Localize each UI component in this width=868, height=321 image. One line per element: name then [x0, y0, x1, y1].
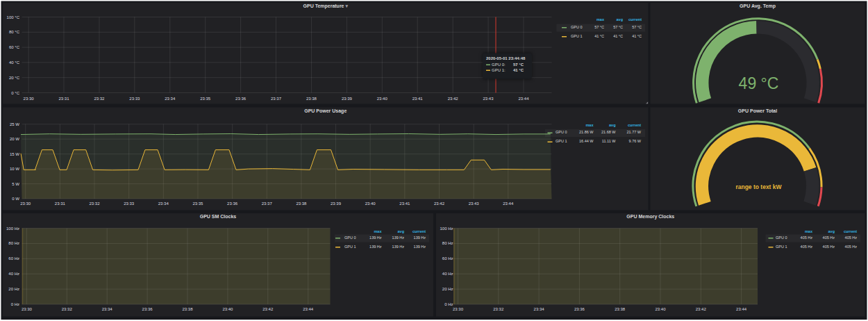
svg-text:23:42: 23:42 [448, 97, 459, 101]
svg-text:23:32: 23:32 [493, 307, 504, 311]
svg-text:20 Hz: 20 Hz [442, 287, 453, 291]
svg-text:0 °C: 0 °C [11, 91, 19, 95]
svg-text:23:44: 23:44 [303, 307, 314, 311]
svg-text:23:37: 23:37 [262, 201, 273, 206]
svg-text:100 Hz: 100 Hz [440, 227, 453, 231]
svg-text:23:38: 23:38 [182, 307, 193, 311]
svg-text:40 °C: 40 °C [9, 60, 20, 65]
svg-text:60 Hz: 60 Hz [8, 256, 19, 261]
svg-text:23:36: 23:36 [227, 201, 238, 206]
svg-text:40 Hz: 40 Hz [8, 272, 19, 276]
svg-text:23:30: 23:30 [24, 97, 35, 101]
svg-text:23:40: 23:40 [365, 201, 376, 206]
svg-text:23:35: 23:35 [192, 201, 203, 206]
svg-text:15 W: 15 W [10, 152, 19, 156]
svg-text:23:38: 23:38 [615, 307, 626, 311]
svg-text:0 Hz: 0 Hz [11, 302, 19, 306]
svg-text:23:36: 23:36 [574, 307, 585, 311]
svg-text:80 Hz: 80 Hz [8, 241, 19, 245]
svg-text:100 Hz: 100 Hz [6, 227, 19, 231]
svg-text:23:34: 23:34 [165, 97, 176, 101]
svg-text:23:42: 23:42 [262, 307, 274, 311]
svg-text:0 Hz: 0 Hz [444, 302, 453, 306]
svg-text:100 °C: 100 °C [7, 15, 20, 19]
svg-text:23:43: 23:43 [483, 97, 494, 101]
svg-text:23:39: 23:39 [331, 201, 342, 206]
svg-text:20 W: 20 W [10, 137, 19, 141]
svg-text:23:32: 23:32 [94, 97, 105, 101]
svg-text:23:40: 23:40 [377, 97, 388, 101]
svg-text:23:32: 23:32 [62, 307, 73, 311]
svg-text:23:42: 23:42 [434, 201, 445, 206]
svg-text:20 Hz: 20 Hz [8, 287, 19, 291]
svg-text:23:31: 23:31 [55, 201, 66, 206]
svg-text:80 Hz: 80 Hz [442, 241, 453, 245]
svg-text:20 °C: 20 °C [9, 76, 20, 80]
svg-text:80 °C: 80 °C [9, 30, 20, 34]
svg-text:23:36: 23:36 [235, 97, 247, 101]
svg-text:23:43: 23:43 [469, 201, 480, 206]
svg-text:23:33: 23:33 [124, 201, 135, 206]
svg-text:23:44: 23:44 [503, 201, 514, 206]
svg-text:23:44: 23:44 [736, 307, 747, 311]
svg-text:23:40: 23:40 [222, 307, 233, 311]
svg-text:23:30: 23:30 [22, 307, 33, 311]
svg-text:23:36: 23:36 [142, 307, 153, 311]
svg-text:23:42: 23:42 [696, 307, 707, 311]
svg-text:23:37: 23:37 [271, 97, 282, 101]
svg-text:23:41: 23:41 [399, 201, 410, 206]
svg-text:23:33: 23:33 [129, 97, 140, 101]
svg-text:23:32: 23:32 [89, 201, 100, 206]
svg-text:23:39: 23:39 [342, 97, 353, 101]
svg-text:0 W: 0 W [12, 197, 19, 201]
svg-text:23:38: 23:38 [306, 97, 317, 101]
svg-text:23:38: 23:38 [296, 201, 307, 206]
svg-text:23:34: 23:34 [102, 307, 113, 311]
svg-text:23:30: 23:30 [20, 201, 31, 206]
svg-text:40 Hz: 40 Hz [442, 272, 453, 276]
svg-text:23:34: 23:34 [534, 307, 545, 311]
svg-text:25 W: 25 W [10, 122, 19, 126]
svg-text:23:35: 23:35 [200, 97, 211, 101]
svg-text:23:44: 23:44 [518, 97, 529, 101]
svg-text:60 Hz: 60 Hz [442, 256, 453, 261]
svg-text:23:40: 23:40 [655, 307, 666, 311]
svg-text:5 W: 5 W [12, 182, 19, 186]
svg-text:60 °C: 60 °C [9, 45, 20, 49]
svg-text:10 W: 10 W [10, 167, 19, 171]
svg-text:23:34: 23:34 [158, 201, 169, 206]
svg-text:23:30: 23:30 [453, 307, 464, 311]
svg-text:23:31: 23:31 [58, 97, 69, 101]
svg-text:23:41: 23:41 [412, 97, 424, 101]
